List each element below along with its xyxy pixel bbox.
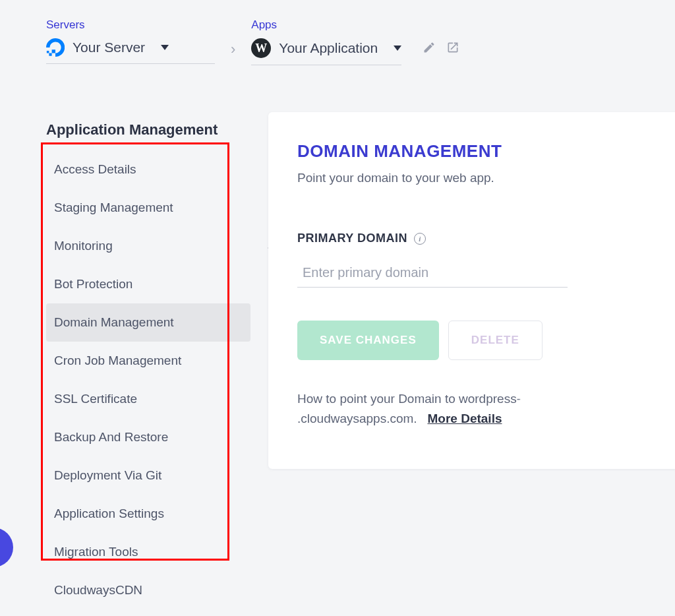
sidebar-item-backup-and-restore[interactable]: Backup And Restore [46,418,250,456]
wordpress-icon: W [251,38,271,58]
app-name: Your Application [279,40,378,56]
sidebar-item-staging-management[interactable]: Staging Management [46,189,250,227]
app-crumb: Apps W Your Application [251,18,401,65]
chevron-right-icon: › [231,41,235,58]
sidebar-item-access-details[interactable]: Access Details [46,150,250,189]
breadcrumb: Servers Your Server › Apps W Your Applic… [0,0,675,65]
panel-title: DOMAIN MANAGEMENT [297,141,648,162]
server-name: Your Server [73,40,145,55]
sidebar-item-ssl-certificate[interactable]: SSL Certificate [46,380,250,418]
external-link-icon[interactable] [446,41,459,57]
apps-header: Apps [251,18,401,32]
app-tool-icons [423,41,459,57]
info-icon[interactable]: i [414,233,426,245]
sidebar-item-migration-tools[interactable]: Migration Tools [46,533,250,571]
chat-bubble-icon[interactable] [0,528,13,567]
sidebar-list: Access DetailsStaging ManagementMonitori… [46,150,250,609]
sidebar-title: Application Management [46,121,250,139]
help-text: How to point your Domain to wordpress-.c… [297,389,648,429]
more-details-link[interactable]: More Details [428,412,502,425]
primary-domain-input[interactable] [297,259,568,288]
sidebar-item-domain-management[interactable]: Domain Management [46,303,250,342]
edit-icon[interactable] [423,41,436,57]
caret-down-icon [394,46,401,51]
sidebar-item-deployment-via-git[interactable]: Deployment Via Git [46,456,250,495]
sidebar-item-bot-protection[interactable]: Bot Protection [46,265,250,303]
sidebar-item-cron-job-management[interactable]: Cron Job Management [46,342,250,380]
sidebar-item-application-settings[interactable]: Application Settings [46,495,250,533]
main-panel: DOMAIN MANAGEMENT Point your domain to y… [268,112,675,469]
sidebar-item-cloudwayscdn[interactable]: CloudwaysCDN [46,571,250,609]
server-selector[interactable]: Your Server [46,38,215,64]
delete-button[interactable]: DELETE [448,321,543,360]
save-changes-button[interactable]: SAVE CHANGES [297,321,439,360]
server-crumb: Servers Your Server [46,18,215,64]
panel-subtitle: Point your domain to your web app. [297,171,648,185]
sidebar: Application Management Access DetailsSta… [46,121,250,609]
sidebar-item-monitoring[interactable]: Monitoring⌄ [46,227,250,265]
app-selector[interactable]: W Your Application [251,38,401,65]
digitalocean-icon [46,38,65,57]
primary-domain-label: PRIMARY DOMAIN i [297,231,648,245]
redacted-text [521,395,639,404]
servers-header: Servers [46,18,215,32]
caret-down-icon [161,45,169,50]
